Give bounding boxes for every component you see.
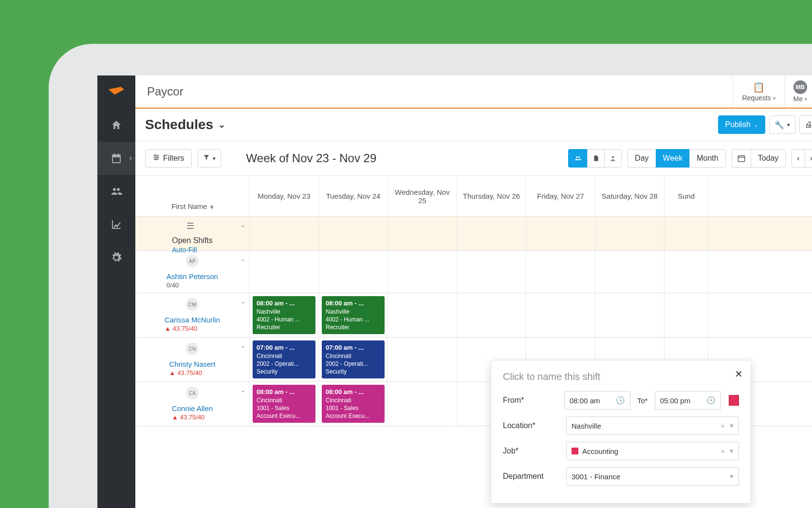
sidebar-item-home[interactable] — [97, 109, 135, 142]
filters-button[interactable]: Filters — [145, 149, 192, 168]
schedule-cell[interactable] — [595, 293, 664, 337]
sidebar-item-people[interactable] — [97, 175, 135, 208]
row-caret[interactable]: ⌄ — [240, 298, 245, 305]
page-title-dropdown[interactable]: Schedules ⌄ — [145, 117, 225, 132]
first-name-label: First Name — [171, 202, 207, 210]
schedule-cell[interactable] — [595, 251, 664, 293]
schedule-cell[interactable]: 07:00 am - ...Cincinnati2002 - Operati..… — [319, 338, 388, 381]
people-icon — [573, 155, 582, 162]
row-caret[interactable]: ⌄ — [240, 256, 245, 263]
svg-point-3 — [612, 156, 614, 158]
view-range-group: Day Week Month — [627, 149, 726, 168]
location-value: Nashville — [572, 422, 601, 430]
chevron-down-icon: ▾ — [730, 472, 734, 481]
clock-icon: 🕓 — [616, 396, 625, 405]
shift-time: 07:00 am - ... — [326, 343, 381, 352]
row-caret[interactable]: ⌄ — [240, 342, 245, 349]
clear-icon[interactable]: × — [720, 447, 725, 455]
pager-group: ‹ › — [792, 149, 812, 168]
view-doc-button[interactable] — [587, 149, 604, 168]
sort-first-name[interactable]: First Name ▴▾ — [171, 202, 213, 210]
close-button[interactable]: ✕ — [735, 368, 743, 380]
tools-button[interactable]: 🔧 ▾ — [769, 115, 795, 134]
view-day-button[interactable]: Day — [627, 149, 655, 168]
filter-dropdown-button[interactable]: ▾ — [198, 149, 221, 168]
schedule-cell[interactable] — [457, 293, 526, 337]
to-label: To* — [637, 396, 648, 405]
topbar-requests[interactable]: 📋 Requests▾ — [733, 75, 784, 108]
job-select[interactable]: Accounting ×▾ — [566, 442, 739, 460]
from-time-input[interactable]: 08:00 am 🕓 — [564, 391, 630, 410]
schedule-cell[interactable] — [457, 251, 526, 293]
shift-block[interactable]: 08:00 am - ...Cincinnati1001 - SalesAcco… — [253, 385, 315, 423]
gear-icon — [111, 252, 122, 263]
shift-block[interactable]: 07:00 am - ...Cincinnati2002 - Operati..… — [253, 340, 315, 378]
view-person-button[interactable] — [604, 149, 622, 168]
employee-hours: ▲ 43.75/40 — [169, 369, 215, 376]
schedule-header-row: First Name ▴▾ Monday, Nov 23 Tuesday, No… — [135, 176, 812, 217]
schedule-cell[interactable]: 08:00 am - ...Cincinnati1001 - SalesAcco… — [250, 382, 319, 426]
shift-color-swatch[interactable] — [729, 395, 739, 406]
schedule-cell[interactable] — [526, 251, 595, 293]
chevron-down-icon: ▾ — [730, 447, 734, 455]
close-icon: ✕ — [735, 369, 743, 379]
schedule-cell[interactable] — [388, 338, 457, 381]
shift-role: Security — [257, 368, 312, 376]
chevron-down-icon: ▾ — [213, 155, 216, 162]
schedule-cell[interactable] — [664, 293, 708, 337]
schedule-cell[interactable]: 08:00 am - ...Nashville4002 - Human ...R… — [250, 293, 319, 337]
schedule-cell[interactable] — [250, 251, 319, 293]
schedule-cell[interactable]: 08:00 am - ...Cincinnati1001 - SalesAcco… — [319, 382, 388, 426]
shift-location: Nashville — [257, 308, 312, 316]
schedule-cell[interactable] — [664, 251, 708, 293]
date-picker-button[interactable] — [732, 149, 751, 168]
sliders-icon — [152, 153, 160, 163]
schedule-cell[interactable]: 07:00 am - ...Cincinnati2002 - Operati..… — [250, 338, 319, 381]
location-select[interactable]: Nashville ×▾ — [566, 416, 739, 435]
clipboard-icon: 📋 — [753, 81, 765, 93]
calendar-icon — [111, 152, 122, 164]
publish-button[interactable]: Publish ⌄ — [718, 115, 765, 134]
sidebar-item-reports[interactable] — [97, 208, 135, 241]
date-range-label: Week of Nov 23 - Nov 29 — [246, 151, 377, 165]
print-button[interactable]: 🖨 — [799, 115, 812, 134]
department-value: 3001 - Finance — [572, 472, 620, 481]
sidebar-item-schedules[interactable] — [97, 142, 135, 175]
shift-block[interactable]: 07:00 am - ...Cincinnati2002 - Operati..… — [322, 340, 385, 378]
next-week-button[interactable]: › — [805, 149, 812, 168]
chevron-down-icon: ▾ — [730, 421, 734, 430]
today-button[interactable]: Today — [751, 149, 786, 168]
clear-icon[interactable]: × — [720, 422, 725, 430]
employee-name-link[interactable]: Christy Nasert — [169, 360, 215, 368]
prev-week-button[interactable]: ‹ — [792, 149, 804, 168]
schedule-cell[interactable] — [526, 293, 595, 337]
schedule-cell[interactable] — [388, 382, 457, 426]
shift-block[interactable]: 08:00 am - ...Nashville4002 - Human ...R… — [322, 296, 385, 334]
menu-icon[interactable]: ☰ — [186, 221, 194, 231]
employee-name-link[interactable]: Ashtin Peterson — [166, 272, 218, 281]
view-group-button[interactable] — [568, 149, 587, 168]
department-select[interactable]: 3001 - Finance ▾ — [566, 467, 739, 486]
employee-name-link[interactable]: Connie Allen — [172, 404, 213, 413]
employee-name-link[interactable]: Carissa McNurlin — [165, 316, 220, 324]
schedule-cell[interactable]: 08:00 am - ...Nashville4002 - Human ...R… — [319, 293, 388, 337]
employee-name-cell: CNChristy Nasert▲ 43.75/40⌄ — [135, 338, 250, 381]
view-week-button[interactable]: Week — [656, 149, 690, 168]
column-day-2: Wednesday, Nov 25 — [388, 176, 457, 216]
schedule-cell[interactable] — [319, 251, 388, 293]
shift-location: Cincinnati — [257, 352, 312, 360]
row-caret[interactable]: ⌄ — [240, 222, 245, 228]
schedule-cell[interactable] — [388, 251, 457, 293]
view-month-button[interactable]: Month — [689, 149, 725, 168]
filters-label: Filters — [163, 154, 185, 163]
shift-block[interactable]: 08:00 am - ...Nashville4002 - Human ...R… — [253, 296, 315, 334]
to-time-input[interactable]: 05:00 pm 🕓 — [655, 391, 721, 410]
popover-title[interactable]: Click to name this shift — [503, 371, 739, 382]
row-caret[interactable]: ⌄ — [240, 387, 245, 394]
schedule-cell[interactable] — [388, 293, 457, 337]
topbar-me[interactable]: MB Me▾ — [784, 75, 812, 108]
day-label: Day — [635, 154, 648, 163]
shift-dept: 1001 - Sales — [257, 404, 312, 412]
shift-block[interactable]: 08:00 am - ...Cincinnati1001 - SalesAcco… — [322, 385, 385, 423]
sidebar-item-settings[interactable] — [97, 241, 135, 274]
